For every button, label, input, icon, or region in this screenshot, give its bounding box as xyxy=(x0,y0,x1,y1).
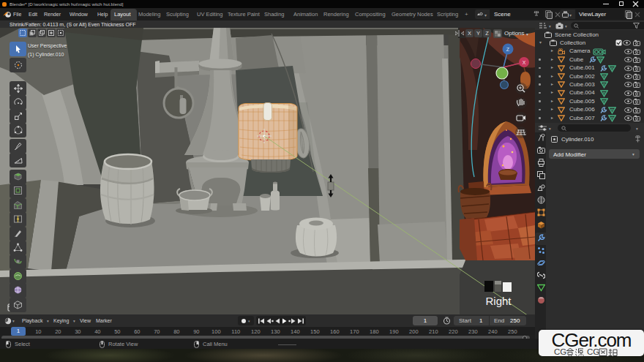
svg-text:Right: Right xyxy=(485,295,512,307)
svg-text:Z: Z xyxy=(506,47,510,52)
svg-text:X: X xyxy=(523,60,526,65)
